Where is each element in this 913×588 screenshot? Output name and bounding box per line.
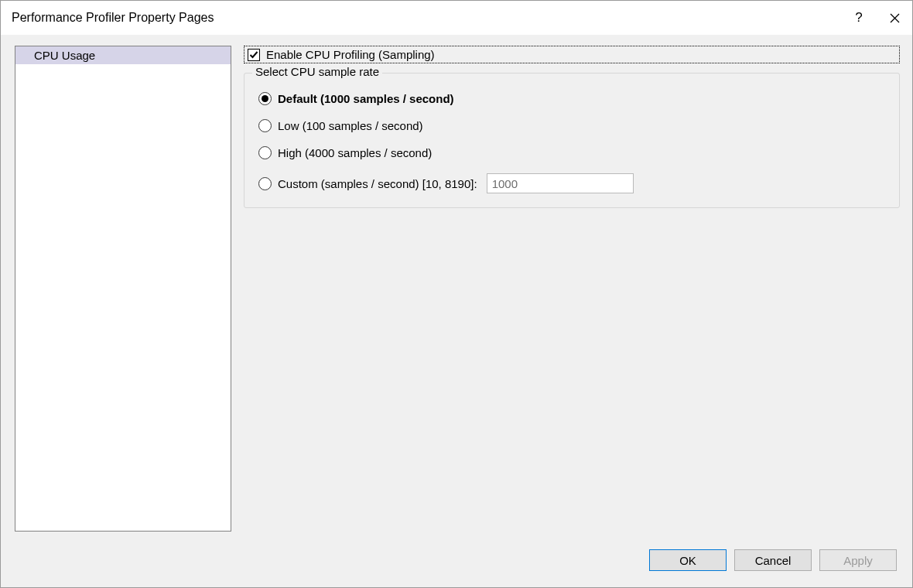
sidebar: CPU Usage	[15, 46, 231, 532]
radio-label-custom: Custom (samples / second) [10, 8190]:	[278, 177, 477, 190]
radio-label-high: High (4000 samples / second)	[278, 146, 432, 159]
main-panel: Enable CPU Profiling (Sampling) Select C…	[244, 46, 900, 532]
radio-label-low: Low (100 samples / second)	[278, 119, 423, 132]
radio-row-default[interactable]: Default (1000 samples / second)	[258, 92, 885, 105]
ok-button[interactable]: OK	[649, 549, 727, 571]
close-icon	[890, 13, 900, 23]
cancel-button[interactable]: Cancel	[734, 549, 812, 571]
close-button[interactable]	[877, 1, 912, 35]
dialog-window: Performance Profiler Property Pages ? CP…	[0, 0, 913, 588]
titlebar: Performance Profiler Property Pages ?	[1, 1, 912, 35]
button-bar: OK Cancel Apply	[1, 542, 912, 587]
content-area: CPU Usage Enable CPU Profiling (Sampling…	[1, 35, 912, 542]
radio-group: Default (1000 samples / second) Low (100…	[258, 87, 885, 193]
apply-button[interactable]: Apply	[819, 549, 897, 571]
help-button[interactable]: ?	[841, 1, 877, 35]
radio-low[interactable]	[258, 119, 272, 132]
custom-sample-rate-input[interactable]	[487, 173, 634, 193]
radio-label-default: Default (1000 samples / second)	[278, 92, 454, 105]
window-title: Performance Profiler Property Pages	[12, 11, 841, 25]
checkmark-icon	[249, 50, 258, 60]
enable-profiling-checkbox[interactable]	[248, 49, 260, 61]
radio-row-low[interactable]: Low (100 samples / second)	[258, 119, 885, 132]
fieldset-legend: Select CPU sample rate	[252, 65, 382, 78]
radio-high[interactable]	[258, 146, 272, 159]
sample-rate-fieldset: Select CPU sample rate Default (1000 sam…	[244, 73, 900, 208]
radio-row-high[interactable]: High (4000 samples / second)	[258, 146, 885, 159]
enable-profiling-row[interactable]: Enable CPU Profiling (Sampling)	[244, 46, 900, 63]
radio-row-custom[interactable]: Custom (samples / second) [10, 8190]:	[258, 173, 885, 193]
sidebar-item-cpu-usage[interactable]: CPU Usage	[15, 46, 231, 64]
radio-custom[interactable]	[258, 177, 272, 190]
enable-profiling-label: Enable CPU Profiling (Sampling)	[266, 48, 435, 61]
radio-default[interactable]	[258, 92, 272, 105]
